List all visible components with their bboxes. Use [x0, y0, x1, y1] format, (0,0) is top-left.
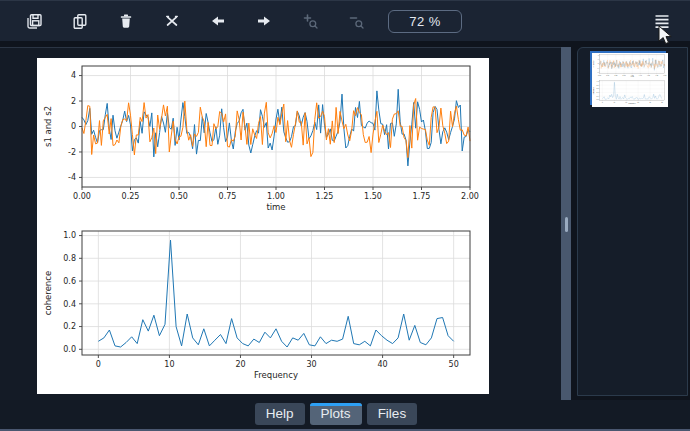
svg-text:1.75: 1.75 [413, 192, 431, 201]
svg-text:time: time [266, 202, 285, 212]
splitter-grip-icon [565, 217, 568, 232]
save-plot-button[interactable] [20, 7, 48, 35]
hamburger-menu-icon [654, 14, 670, 29]
plot-view-panel: 0.000.250.500.751.001.251.501.752.00-4-2… [0, 47, 561, 400]
svg-text:1.50: 1.50 [364, 192, 382, 201]
svg-text:0: 0 [71, 122, 76, 131]
matplotlib-figure: 0.000.250.500.751.001.251.501.752.00-4-2… [37, 58, 489, 394]
copy-icon [72, 13, 88, 30]
remove-all-plots-button[interactable] [158, 7, 186, 35]
plots-pane-window: 72 % 0.000.250.500.751.001.251.501.752.0… [0, 0, 690, 431]
svg-text:30: 30 [306, 360, 316, 369]
previous-plot-button[interactable] [204, 7, 232, 35]
remove-plot-button[interactable] [112, 7, 140, 35]
svg-text:-2: -2 [68, 148, 76, 157]
arrow-left-icon [210, 13, 226, 29]
svg-text:40: 40 [377, 360, 387, 369]
svg-text:-4: -4 [597, 72, 599, 73]
svg-text:20: 20 [235, 360, 245, 369]
thumbnail-sidebar: 0.000.250.500.751.001.251.501.752.00-4-2… [571, 47, 690, 400]
close-all-icon [164, 13, 180, 29]
plots-toolbar: 72 % [0, 0, 690, 41]
svg-text:0.0: 0.0 [63, 345, 76, 354]
svg-text:0: 0 [96, 360, 101, 369]
svg-text:1.00: 1.00 [267, 192, 285, 201]
svg-text:Frequency: Frequency [254, 370, 298, 380]
panel-splitter[interactable] [561, 47, 571, 400]
svg-text:1.25: 1.25 [316, 192, 334, 201]
figure-canvas: 0.000.250.500.751.001.251.501.752.00-4-2… [37, 58, 489, 394]
zoom-in-icon [302, 13, 318, 29]
zoom-out-button[interactable] [342, 7, 370, 35]
svg-text:4: 4 [71, 71, 76, 80]
svg-text:0.25: 0.25 [122, 192, 140, 201]
svg-text:2.00: 2.00 [461, 192, 479, 201]
svg-text:s1 and s2: s1 and s2 [43, 106, 53, 147]
svg-text:0.50: 0.50 [170, 192, 188, 201]
svg-text:2: 2 [71, 97, 76, 106]
svg-text:0.00: 0.00 [73, 192, 91, 201]
zoom-in-button[interactable] [296, 7, 324, 35]
svg-text:10: 10 [164, 360, 174, 369]
tab-files[interactable]: Files [367, 403, 418, 425]
svg-text:0.2: 0.2 [63, 322, 76, 331]
svg-text:0.6: 0.6 [63, 277, 76, 286]
tab-plots[interactable]: Plots [310, 403, 362, 425]
trash-icon [118, 13, 134, 29]
next-plot-button[interactable] [250, 7, 278, 35]
svg-text:-4: -4 [68, 173, 76, 182]
thumbnail-figure: 0.000.250.500.751.001.251.501.752.00-4-2… [592, 53, 668, 107]
zoom-out-icon [348, 13, 364, 29]
plot-thumbnail-selected[interactable]: 0.000.250.500.751.001.251.501.752.00-4-2… [590, 51, 666, 105]
svg-text:0.8: 0.8 [63, 254, 76, 263]
zoom-level-indicator[interactable]: 72 % [388, 10, 462, 33]
tab-help[interactable]: Help [255, 403, 305, 425]
svg-text:0.75: 0.75 [219, 192, 237, 201]
save-icon [26, 13, 43, 30]
svg-text:0.4: 0.4 [63, 300, 76, 309]
svg-text:-2: -2 [597, 68, 599, 69]
pane-tabs: Help Plots Files [0, 403, 681, 425]
options-menu-button[interactable] [648, 7, 676, 35]
thumbnail-list-panel: 0.000.250.500.751.001.251.501.752.00-4-2… [577, 47, 688, 396]
copy-plot-button[interactable] [66, 7, 94, 35]
svg-text:50: 50 [449, 360, 459, 369]
svg-text:coherence: coherence [43, 271, 53, 315]
pane-tab-bar: Help Plots Files [0, 400, 690, 431]
svg-text:1.0: 1.0 [63, 231, 76, 240]
arrow-right-icon [256, 13, 272, 29]
plots-content-area: 0.000.250.500.751.001.251.501.752.00-4-2… [0, 41, 690, 400]
